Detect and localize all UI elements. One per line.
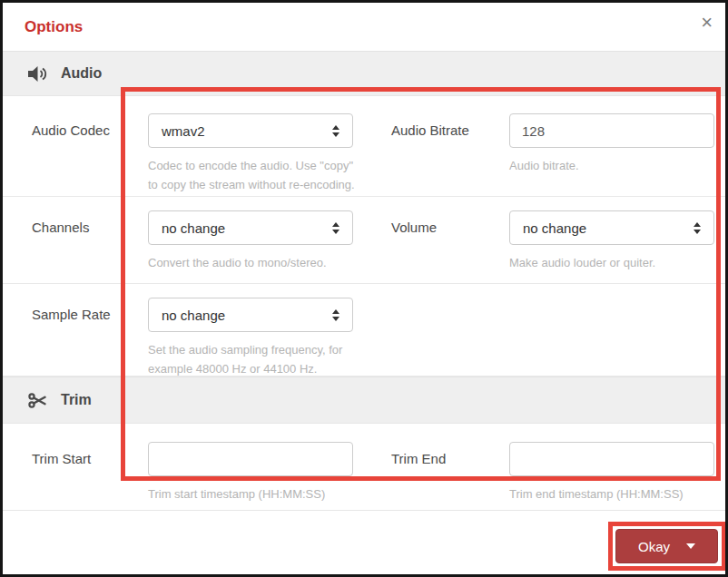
options-modal: Options × Audio Audio Codec wmav2 Codec …: [0, 0, 728, 577]
section-header-trim: Trim: [3, 377, 725, 424]
channels-help: Convert the audio to mono/stereo.: [148, 253, 364, 272]
audio-codec-help: Codec to encode the audio. Use "copy" to…: [148, 156, 364, 194]
audio-bitrate-input[interactable]: [509, 113, 714, 148]
trim-end-label: Trim End: [391, 442, 509, 476]
field-trim-start: Trim Start Trim start timestamp (HH:MM:S…: [3, 442, 364, 510]
field-channels: Channels no change Convert the audio to …: [3, 210, 364, 283]
field-trim-end: Trim End Trim end timestamp (HH:MM:SS): [364, 442, 725, 510]
volume-help: Make audio louder or quiter.: [509, 253, 725, 272]
sample-rate-value: no change: [162, 308, 225, 323]
trim-start-help: Trim start timestamp (HH:MM:SS): [148, 484, 364, 504]
audio-bitrate-label: Audio Bitrate: [391, 113, 509, 148]
trim-start-input[interactable]: [148, 442, 353, 476]
field-audio-bitrate: Audio Bitrate Audio bitrate.: [364, 113, 725, 196]
field-sample-rate: Sample Rate no change Set the audio samp…: [3, 298, 364, 376]
row-trim: Trim Start Trim start timestamp (HH:MM:S…: [3, 424, 725, 511]
select-updown-icon: [332, 309, 339, 321]
speaker-icon: [28, 64, 50, 83]
row-audio-codec-bitrate: Audio Codec wmav2 Codec to encode the au…: [3, 96, 725, 197]
row-channels-volume: Channels no change Convert the audio to …: [3, 197, 725, 284]
volume-value: no change: [523, 220, 586, 236]
select-updown-icon: [694, 222, 701, 234]
audio-codec-select[interactable]: wmav2: [148, 113, 353, 148]
volume-label: Volume: [391, 210, 509, 245]
section-label-audio: Audio: [61, 65, 102, 82]
audio-codec-label: Audio Codec: [32, 113, 148, 148]
okay-button[interactable]: Okay: [615, 529, 718, 563]
trim-start-label: Trim Start: [32, 442, 148, 476]
volume-select[interactable]: no change: [509, 210, 714, 245]
sample-rate-label: Sample Rate: [32, 298, 148, 332]
channels-select[interactable]: no change: [148, 210, 353, 245]
row-sample-rate: Sample Rate no change Set the audio samp…: [3, 284, 725, 377]
okay-button-label: Okay: [638, 539, 670, 554]
field-volume: Volume no change Make audio louder or qu…: [364, 210, 725, 283]
scissors-icon: [28, 391, 50, 409]
trim-end-help: Trim end timestamp (HH:MM:SS): [509, 484, 725, 504]
chevron-down-icon: [686, 543, 695, 549]
select-updown-icon: [332, 125, 339, 137]
modal-title: Options: [25, 18, 83, 36]
trim-end-input[interactable]: [509, 442, 714, 476]
channels-value: no change: [162, 220, 225, 236]
channels-label: Channels: [32, 210, 148, 245]
sample-rate-help: Set the audio sampling frequency, for ex…: [148, 340, 364, 378]
modal-header: Options ×: [3, 3, 725, 51]
field-audio-codec: Audio Codec wmav2 Codec to encode the au…: [3, 113, 364, 196]
close-icon[interactable]: ×: [701, 13, 713, 33]
audio-codec-value: wmav2: [162, 123, 205, 139]
empty-cell: [364, 298, 725, 376]
section-label-trim: Trim: [61, 392, 92, 408]
sample-rate-select[interactable]: no change: [148, 298, 353, 332]
audio-bitrate-help: Audio bitrate.: [509, 156, 725, 175]
modal-footer: Okay: [3, 511, 725, 574]
select-updown-icon: [332, 222, 339, 234]
section-header-audio: Audio: [3, 51, 725, 96]
